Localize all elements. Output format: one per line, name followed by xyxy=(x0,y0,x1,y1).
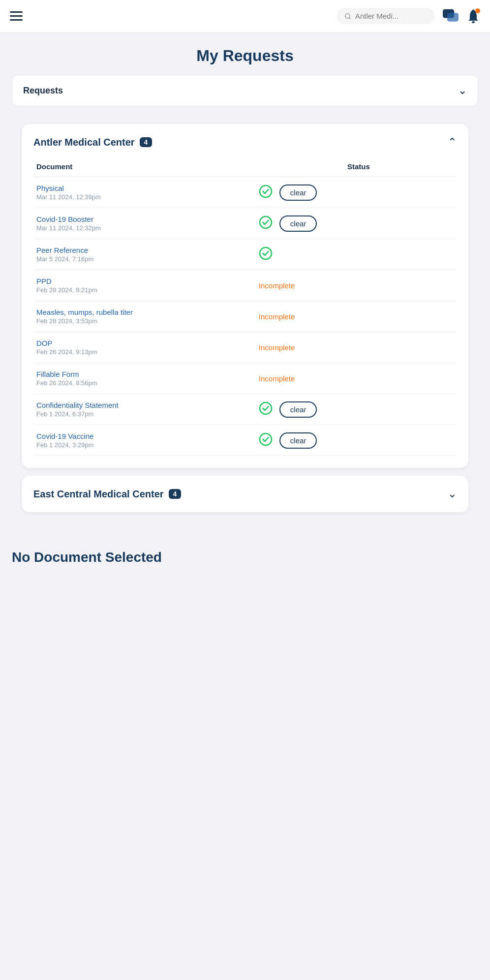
status-cell: Incomplete xyxy=(239,301,457,332)
status-cell: Incomplete xyxy=(239,270,457,301)
svg-rect-3 xyxy=(447,12,459,21)
page-title: My Requests xyxy=(10,47,480,65)
status-cell-inner: clear xyxy=(242,184,454,201)
east-central-medical-center-card: East Central Medical Center 4 ⌄ xyxy=(22,476,468,512)
no-document-title: No Document Selected xyxy=(12,550,478,565)
table-row: Physical Mar 11 2024, 12:39pm clear xyxy=(33,177,457,208)
clear-button[interactable]: clear xyxy=(279,215,317,232)
check-circle-icon xyxy=(259,246,273,262)
status-col-header: Status xyxy=(239,158,457,177)
svg-point-9 xyxy=(260,402,272,414)
svg-line-1 xyxy=(349,17,351,19)
status-cell-inner: clear xyxy=(242,215,454,232)
status-cell: Incomplete xyxy=(239,332,457,363)
antler-medical-center-card: Antler Medical Center 4 ⌃ Document Statu… xyxy=(22,124,468,468)
clear-button[interactable]: clear xyxy=(279,432,317,449)
table-row: Peer Reference Mar 5 2024, 7:16pm xyxy=(33,239,457,270)
status-cell: clear xyxy=(239,208,457,239)
table-row: Confidentiality Statement Feb 1 2024, 6:… xyxy=(33,394,457,425)
search-icon xyxy=(344,12,351,20)
svg-point-10 xyxy=(260,433,272,445)
status-cell-inner: Incomplete xyxy=(242,343,454,352)
incomplete-status: Incomplete xyxy=(259,343,295,352)
center-title-row-collapsed: East Central Medical Center 4 xyxy=(33,489,181,500)
clear-button[interactable]: clear xyxy=(279,401,317,418)
doc-name[interactable]: Covid-19 Booster xyxy=(36,215,236,223)
search-input[interactable] xyxy=(355,12,427,20)
chevron-down-icon-collapsed[interactable]: ⌄ xyxy=(448,488,457,500)
requests-dropdown[interactable]: Requests ⌄ xyxy=(12,75,478,106)
center-name: Antler Medical Center xyxy=(33,137,135,148)
app-header xyxy=(0,0,490,32)
center-title-row: Antler Medical Center 4 xyxy=(33,137,152,148)
doc-name[interactable]: Covid-19 Vaccine xyxy=(36,432,236,440)
table-row: Fillable Form Feb 26 2024, 8:56pm Incomp… xyxy=(33,363,457,394)
check-circle-icon xyxy=(259,432,273,448)
doc-date: Mar 5 2024, 7:16pm xyxy=(36,255,236,263)
doc-date: Mar 11 2024, 12:39pm xyxy=(36,193,236,201)
incomplete-status: Incomplete xyxy=(259,312,295,321)
svg-point-6 xyxy=(260,185,272,197)
doc-date: Mar 11 2024, 12:32pm xyxy=(36,224,236,232)
status-cell: clear xyxy=(239,394,457,425)
chevron-up-icon[interactable]: ⌃ xyxy=(448,136,457,149)
center-count-badge-collapsed: 4 xyxy=(169,489,182,499)
notification-button[interactable] xyxy=(466,8,480,24)
page-title-section: My Requests xyxy=(0,32,490,75)
center-count-badge: 4 xyxy=(140,137,153,147)
status-cell-inner: clear xyxy=(242,401,454,418)
incomplete-status: Incomplete xyxy=(259,281,295,290)
table-row: Measles, mumps, rubella titer Feb 28 202… xyxy=(33,301,457,332)
doc-name[interactable]: Fillable Form xyxy=(36,370,236,378)
svg-point-5 xyxy=(472,21,475,23)
content-area: Antler Medical Center 4 ⌃ Document Statu… xyxy=(12,114,478,530)
doc-date: Feb 1 2024, 3:29pm xyxy=(36,441,236,449)
incomplete-status: Incomplete xyxy=(259,374,295,383)
table-row: DOP Feb 26 2024, 9:13pm Incomplete xyxy=(33,332,457,363)
center-name-collapsed: East Central Medical Center xyxy=(33,489,164,500)
doc-name[interactable]: Measles, mumps, rubella titer xyxy=(36,308,236,316)
doc-name[interactable]: PPD xyxy=(36,277,236,285)
center-card-header: Antler Medical Center 4 ⌃ xyxy=(33,136,457,149)
status-cell: Incomplete xyxy=(239,363,457,394)
status-cell: clear xyxy=(239,177,457,208)
table-row: Covid-19 Vaccine Feb 1 2024, 3:29pm clea… xyxy=(33,425,457,456)
doc-date: Feb 1 2024, 6:37pm xyxy=(36,410,236,418)
notification-dot xyxy=(475,8,480,13)
chat-button[interactable] xyxy=(442,8,459,24)
doc-date: Feb 28 2024, 8:21pm xyxy=(36,286,236,294)
check-circle-icon xyxy=(259,401,273,417)
table-row: PPD Feb 28 2024, 8:21pm Incomplete xyxy=(33,270,457,301)
table-header-row: Document Status xyxy=(33,158,457,177)
status-cell-inner: Incomplete xyxy=(242,312,454,321)
status-cell xyxy=(239,239,457,270)
svg-point-8 xyxy=(260,247,272,259)
hamburger-menu[interactable] xyxy=(10,11,23,21)
svg-point-7 xyxy=(260,216,272,228)
documents-table: Document Status Physical Mar 11 2024, 12… xyxy=(33,158,457,456)
status-cell-inner: clear xyxy=(242,432,454,449)
doc-date: Feb 26 2024, 9:13pm xyxy=(36,348,236,356)
clear-button[interactable]: clear xyxy=(279,184,317,201)
center-card-header-collapsed: East Central Medical Center 4 ⌄ xyxy=(33,488,457,500)
doc-name[interactable]: DOP xyxy=(36,339,236,347)
no-document-section: No Document Selected xyxy=(0,530,490,580)
chat-icon xyxy=(442,8,459,24)
chevron-down-icon: ⌄ xyxy=(458,84,467,97)
requests-dropdown-label: Requests xyxy=(23,86,63,96)
doc-name[interactable]: Confidentiality Statement xyxy=(36,401,236,409)
check-circle-icon xyxy=(259,215,273,231)
status-cell: clear xyxy=(239,425,457,456)
document-col-header: Document xyxy=(33,158,239,177)
status-cell-inner: Incomplete xyxy=(242,374,454,383)
doc-name[interactable]: Peer Reference xyxy=(36,246,236,254)
status-cell-inner xyxy=(242,246,454,262)
status-cell-inner: Incomplete xyxy=(242,281,454,290)
doc-name[interactable]: Physical xyxy=(36,184,236,192)
search-bar[interactable] xyxy=(337,8,435,24)
header-right xyxy=(337,8,480,24)
check-circle-icon xyxy=(259,184,273,200)
doc-date: Feb 26 2024, 8:56pm xyxy=(36,379,236,387)
doc-date: Feb 28 2024, 3:53pm xyxy=(36,317,236,325)
table-row: Covid-19 Booster Mar 11 2024, 12:32pm cl… xyxy=(33,208,457,239)
